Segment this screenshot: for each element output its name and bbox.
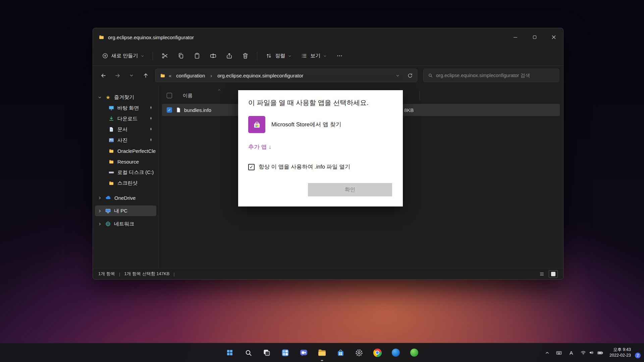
file-checkbox[interactable]: ✓ xyxy=(167,107,172,113)
chrome-button[interactable] xyxy=(371,346,384,359)
breadcrumb-current-folder[interactable]: org.eclipse.equinox.simpleconfigurator xyxy=(216,72,305,79)
touch-keyboard-icon[interactable] xyxy=(553,346,565,359)
taskbar: A 오후 9:43 2022-02-23 2 xyxy=(0,343,644,362)
search-input[interactable] xyxy=(436,73,555,78)
new-button[interactable]: 새로 만들기 xyxy=(98,50,149,62)
sidebar-item-onedrive[interactable]: OneDrive xyxy=(95,192,156,203)
folder-icon xyxy=(108,148,114,154)
picture-icon xyxy=(108,137,114,143)
sort-label: 정렬 xyxy=(275,53,285,59)
always-use-label: 항상 이 앱을 사용하여 .info 파일 열기 xyxy=(259,163,350,171)
notification-count-badge[interactable]: 2 xyxy=(635,353,641,358)
chevron-right-icon[interactable]: › xyxy=(210,73,213,78)
sidebar-item-oracleperfectcle[interactable]: OraclePerfectCle xyxy=(95,145,156,156)
address-bar[interactable]: « configuration › org.eclipse.equinox.si… xyxy=(155,69,417,82)
file-size-fragment: 8KB xyxy=(404,107,414,113)
sidebar-item-network[interactable]: 네트워크 xyxy=(95,219,156,229)
cut-button[interactable] xyxy=(157,49,172,63)
chevron-down-icon xyxy=(288,54,291,58)
store-option-label: Microsoft Store에서 앱 찾기 xyxy=(271,121,341,128)
large-icons-view-button[interactable] xyxy=(549,270,558,278)
maximize-button[interactable] xyxy=(525,28,544,46)
column-divider[interactable] xyxy=(420,91,420,100)
minimize-button[interactable] xyxy=(506,28,525,46)
file-explorer-button[interactable] xyxy=(315,346,329,359)
microsoft-store-button[interactable] xyxy=(334,346,347,359)
blue-app-button[interactable] xyxy=(389,346,402,359)
folder-icon xyxy=(160,73,166,78)
star-icon: ★ xyxy=(105,94,111,101)
status-separator: | xyxy=(173,272,174,277)
sidebar-item-desktop[interactable]: 바탕 화면 xyxy=(95,103,156,113)
plus-circle-icon xyxy=(102,53,108,59)
chat-button[interactable] xyxy=(297,346,310,359)
sidebar-item-screenshots[interactable]: 스크린샷 xyxy=(95,178,156,188)
settings-button[interactable] xyxy=(352,346,366,359)
sort-icon xyxy=(266,53,272,59)
recent-locations-button[interactable] xyxy=(125,69,138,82)
folder-icon xyxy=(108,181,114,186)
name-column-header[interactable]: 이름 xyxy=(183,93,193,99)
toolbar-separator xyxy=(153,52,153,60)
sidebar-item-resource[interactable]: Resource xyxy=(95,156,156,167)
up-button[interactable] xyxy=(139,69,152,82)
back-button[interactable] xyxy=(97,69,110,82)
volume-icon xyxy=(589,350,595,356)
search-box[interactable] xyxy=(423,69,559,82)
selection-info: 1개 항목 선택함 147KB xyxy=(124,271,169,277)
file-name: bundles.info xyxy=(184,107,211,113)
refresh-icon[interactable] xyxy=(407,73,413,78)
ime-mode-button[interactable]: A xyxy=(566,346,577,359)
sidebar-item-downloads[interactable]: 다운로드 xyxy=(95,113,156,124)
status-separator: | xyxy=(119,272,120,277)
ok-button[interactable]: 확인 xyxy=(308,183,392,196)
microsoft-store-icon xyxy=(248,116,265,133)
search-taskbar-button[interactable] xyxy=(241,346,255,359)
more-apps-link[interactable]: 추가 앱 ↓ xyxy=(248,143,271,151)
copy-button[interactable] xyxy=(173,49,189,63)
view-button[interactable]: 보기 xyxy=(297,50,331,62)
details-view-button[interactable] xyxy=(537,270,546,278)
blue-app-icon xyxy=(392,349,400,357)
toolbar-separator xyxy=(257,52,257,60)
network-globe-icon xyxy=(105,221,111,227)
path-overflow-chevron[interactable]: « xyxy=(169,73,171,78)
view-options-icon xyxy=(301,53,307,59)
chevron-right-icon xyxy=(98,196,102,200)
pin-icon xyxy=(149,127,153,131)
start-button[interactable] xyxy=(223,346,236,359)
more-options-button[interactable] xyxy=(332,49,347,63)
sidebar-item-favorites[interactable]: ★ 즐겨찾기 xyxy=(95,92,156,103)
rename-button[interactable] xyxy=(205,49,221,63)
new-label: 새로 만들기 xyxy=(111,53,138,59)
sidebar-item-local-disk-c[interactable]: 로컬 디스크 (C:) xyxy=(95,167,156,178)
sidebar-item-pictures[interactable]: 사진 xyxy=(95,135,156,145)
task-view-button[interactable] xyxy=(260,346,273,359)
folder-icon xyxy=(98,35,105,40)
clock-button[interactable]: 오후 9:43 2022-02-23 xyxy=(607,346,634,359)
green-app-button[interactable] xyxy=(408,346,421,359)
tray-overflow-button[interactable] xyxy=(542,346,552,359)
pin-icon xyxy=(149,117,153,121)
share-button[interactable] xyxy=(221,49,237,63)
always-use-checkbox[interactable]: ✓ xyxy=(248,164,255,170)
sidebar-item-this-pc[interactable]: 내 PC xyxy=(95,205,156,216)
forward-button[interactable] xyxy=(111,69,124,82)
window-titlebar[interactable]: org.eclipse.equinox.simpleconfigurator xyxy=(93,28,563,46)
network-volume-battery-button[interactable] xyxy=(578,346,606,359)
document-icon xyxy=(108,126,114,132)
sidebar-item-documents[interactable]: 문서 xyxy=(95,124,156,135)
tray-time: 오후 9:43 xyxy=(613,347,631,353)
paste-button[interactable] xyxy=(189,49,205,63)
sort-button[interactable]: 정렬 xyxy=(261,50,296,62)
select-all-checkbox[interactable] xyxy=(167,93,172,98)
close-button[interactable] xyxy=(544,28,563,46)
store-app-option[interactable]: Microsoft Store에서 앱 찾기 xyxy=(248,116,341,133)
widgets-button[interactable] xyxy=(278,346,292,359)
pin-icon xyxy=(149,106,153,110)
breadcrumb-configuration[interactable]: configuration xyxy=(174,72,207,79)
address-dropdown-icon[interactable] xyxy=(396,74,399,77)
always-use-row[interactable]: ✓ 항상 이 앱을 사용하여 .info 파일 열기 xyxy=(248,163,350,171)
onedrive-cloud-icon xyxy=(105,195,111,201)
delete-button[interactable] xyxy=(237,49,253,63)
